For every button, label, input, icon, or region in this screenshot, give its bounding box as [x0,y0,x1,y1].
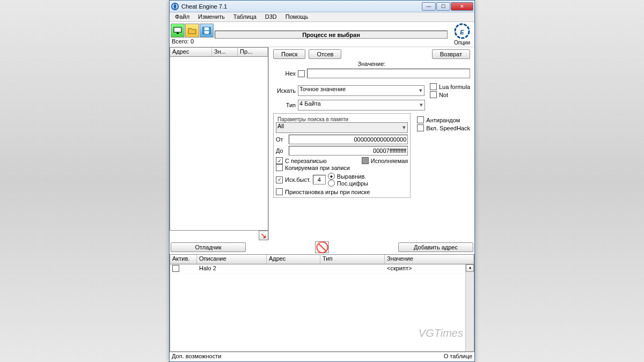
to-label: До [276,147,287,154]
fastscan-checkbox[interactable]: ✓ [276,176,283,183]
fastscan-input[interactable] [313,175,326,184]
executable-row[interactable]: Исполняемая [362,157,408,164]
memory-region-select[interactable]: All [276,122,408,133]
speedhack-row[interactable]: Вкл. SpeedHack [417,124,470,131]
table-row[interactable]: Halo 2 <скрипт> [170,264,474,274]
th-value[interactable]: Значение [385,255,474,264]
process-bar[interactable]: Процесс не выбран [215,31,448,39]
status-right[interactable]: О таблице [444,353,472,361]
next-scan-button[interactable]: Отсев [309,49,341,59]
pause-checkbox[interactable] [276,188,283,195]
svg-rect-1 [174,27,181,32]
monitor-icon [173,27,182,34]
table-body[interactable]: Halo 2 <скрипт> ▴ VGTimes [170,264,474,351]
menu-d3d[interactable]: D3D [261,12,281,21]
hex-checkbox[interactable] [298,70,305,77]
antirandom-row[interactable]: Антирандом [417,116,470,123]
executable-checkbox[interactable] [362,157,369,164]
value-input[interactable] [307,69,470,78]
save-button[interactable] [200,24,214,38]
add-address-button[interactable]: Добавить адрес [398,242,473,252]
row-type[interactable] [320,264,385,274]
close-button[interactable]: ✕ [451,2,473,11]
logo-area[interactable]: E Опции [451,23,473,46]
app-icon [171,2,179,11]
menu-edit[interactable]: Изменить [194,12,229,21]
statusbar: Доп. возможности О таблице [170,352,474,361]
row-value[interactable]: <скрипт> [385,264,474,274]
table-header: Актив. Описание Адрес Тип Значение [170,255,474,264]
col-prev[interactable]: Пр... [238,48,268,56]
align-radio[interactable]: ● [328,173,335,180]
menu-help[interactable]: Помощь [281,12,313,21]
main-area: Адрес Зн... Пр... ↘ Поиск Отсев Возврат … [170,47,474,352]
search-buttons: Поиск Отсев Возврат [273,49,470,59]
lua-checkbox-row[interactable]: Lua formula [430,83,470,90]
th-desc[interactable]: Описание [197,255,267,264]
debugger-button[interactable]: Отладчик [171,242,246,252]
open-file-button[interactable] [185,24,199,38]
th-type[interactable]: Тип [320,255,385,264]
watermark: VGTimes [419,327,463,339]
from-label: От [276,136,287,143]
not-checkbox-row[interactable]: Not [430,91,470,98]
to-input[interactable] [289,146,408,156]
titlebar[interactable]: Cheat Engine 7.1 — ☐ ✕ [170,1,474,12]
folder-icon [188,27,196,34]
lua-checkbox[interactable] [430,83,437,90]
digits-radio[interactable] [328,180,335,187]
results-header: Адрес Зн... Пр... [170,47,268,57]
forbidden-icon[interactable]: 🚫 [315,241,329,253]
results-list[interactable] [170,57,268,231]
search-panel: Поиск Отсев Возврат Значение: Hex Искать… [269,47,474,240]
main-window: Cheat Engine 7.1 — ☐ ✕ Файл Изменить Таб… [169,0,475,362]
align-radio-row[interactable]: ●Выравнив. [328,173,368,180]
from-input[interactable] [289,135,408,144]
speedhack-checkbox[interactable] [417,124,424,131]
mid-row: Отладчик 🚫 Добавить адрес [170,240,474,254]
status-left[interactable]: Доп. возможности [172,353,221,361]
svg-rect-2 [177,33,179,34]
value-type-label: Тип [273,102,296,108]
cow-row[interactable]: Копируемая при записи [276,164,408,171]
options-link[interactable]: Опции [454,40,470,46]
value-type-select[interactable]: 4 Байта [298,100,425,110]
hex-label: Hex [273,70,296,77]
undo-scan-button[interactable]: Возврат [432,49,470,59]
maximize-button[interactable]: ☐ [436,2,450,11]
cow-checkbox[interactable] [276,164,283,171]
svg-rect-4 [204,27,209,30]
th-active[interactable]: Актив. [170,255,197,264]
first-scan-button[interactable]: Поиск [273,49,305,59]
open-process-button[interactable] [171,24,185,38]
pause-row[interactable]: Приостановка игры при поиске [276,188,408,195]
col-value[interactable]: Зн... [212,48,238,56]
window-title: Cheat Engine 7.1 [181,3,422,10]
writable-row[interactable]: ✓С перезаписью [276,157,327,164]
table-scrollbar[interactable]: ▴ [465,264,474,351]
memory-fieldset: Параметры поиска в памяти All От До ✓С п… [273,113,411,198]
svg-text:E: E [460,29,464,35]
row-addr[interactable] [267,264,320,274]
writable-checkbox[interactable]: ✓ [276,157,283,164]
ce-logo-icon: E [452,23,472,40]
window-buttons: — ☐ ✕ [422,2,473,11]
value-label: Значение: [273,61,470,67]
cheat-table: Актив. Описание Адрес Тип Значение Halo … [170,254,474,352]
antirandom-checkbox[interactable] [417,116,424,123]
minimize-button[interactable]: — [422,2,436,11]
menu-file[interactable]: Файл [171,12,194,21]
row-active-checkbox[interactable] [172,265,179,272]
floppy-icon [202,27,211,34]
row-desc[interactable]: Halo 2 [197,264,267,274]
menu-table[interactable]: Таблица [229,12,261,21]
digits-radio-row[interactable]: Пос.цифры [328,180,368,187]
th-addr[interactable]: Адрес [267,255,320,264]
memory-title: Параметры поиска в памяти [276,116,350,122]
not-checkbox[interactable] [430,91,437,98]
fastscan-row[interactable]: ✓Иск.быст. [276,176,311,183]
scan-type-select[interactable]: Точное значение [298,85,425,96]
menubar: Файл Изменить Таблица D3D Помощь [170,12,474,22]
add-to-list-button[interactable]: ↘ [259,231,268,240]
col-address[interactable]: Адрес [170,48,212,56]
